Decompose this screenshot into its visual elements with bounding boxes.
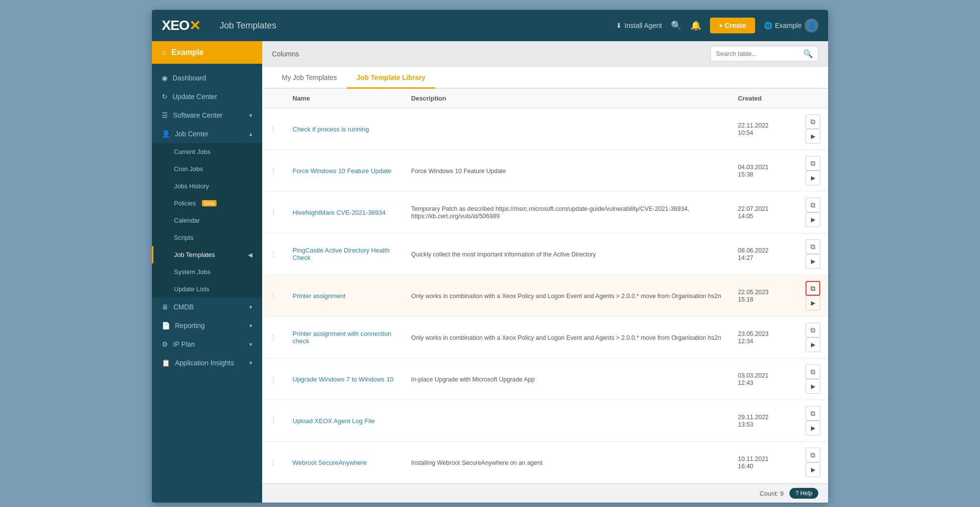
copy-icon: ⧉ [810,284,815,293]
copy-icon: ⧉ [810,243,815,251]
chevron-down-icon: ▾ [249,360,252,366]
drag-handle[interactable]: ⋮ [262,150,285,192]
play-button[interactable]: ▶ [806,171,820,185]
chevron-down-icon: ▾ [249,304,252,310]
drag-handle[interactable]: ⋮ [262,192,285,233]
top-nav: XEO✕ Job Templates ⬇ Install Agent 🔍 🔔 +… [152,10,828,41]
content-tabs: My Job Templates Job Template Library [262,67,828,89]
name-link[interactable]: Printer assignment with connection check [293,330,392,345]
sidebar-item-cmdb[interactable]: 🖥 CMDB ▾ [152,298,262,316]
drag-handle[interactable]: ⋮ [262,233,285,275]
row-description: Only works in combination with a Xeox Po… [403,275,730,317]
copy-button[interactable]: ⧉ [806,406,820,421]
logo-x: ✕ [189,18,200,34]
row-actions: ⧉▶ [784,317,828,358]
logo-text: XEO [162,18,189,33]
play-icon: ▶ [811,383,815,390]
tab-job-template-library[interactable]: Job Template Library [347,67,436,89]
sidebar-sub-scripts[interactable]: Scripts [152,229,262,246]
drag-handle[interactable]: ⋮ [262,400,285,442]
name-link[interactable]: Webroot SecureAnywhere [293,459,367,466]
search-box[interactable]: 🔍 [710,46,818,61]
row-name: Printer assignment [285,275,403,317]
search-input[interactable] [716,50,799,57]
play-icon: ▶ [811,258,815,265]
sidebar-sub-job-templates[interactable]: Job Templates ◀ [152,246,262,263]
sidebar-item-job-center[interactable]: 👤 Job Center ▴ [152,125,262,143]
row-name: Printer assignment with connection check [285,317,403,358]
table-container: Name Description Created ⋮Check if proce… [262,89,828,483]
app-insights-icon: 📋 [162,359,170,367]
avatar: 👤 [805,19,818,32]
columns-button[interactable]: Columns [272,50,299,58]
create-button[interactable]: + Create [710,18,755,33]
sidebar-item-ip-plan[interactable]: ⚙ IP Plan ▾ [152,335,262,354]
row-description: In-place Upgrade with Microsoft Upgrade … [403,358,730,400]
col-name: Name [285,89,403,108]
play-button[interactable]: ▶ [806,296,820,310]
copy-button[interactable]: ⧉ [806,198,820,212]
sidebar-sub-system-jobs[interactable]: System Jobs [152,263,262,280]
row-created: 22.05.2023 15:18 [730,275,784,317]
drag-handle[interactable]: ⋮ [262,442,285,483]
play-button[interactable]: ▶ [806,379,820,394]
row-created: 10.11.2021 16:40 [730,442,784,483]
row-name: Webroot SecureAnywhere [285,442,403,483]
play-button[interactable]: ▶ [806,212,820,227]
sidebar-item-reporting[interactable]: 📄 Reporting ▾ [152,316,262,335]
sidebar-item-dashboard[interactable]: ◉ Dashboard [152,69,262,87]
play-button[interactable]: ▶ [806,129,820,144]
play-icon: ▶ [811,300,815,306]
sidebar-home[interactable]: ⌂ Example [152,41,262,64]
name-link[interactable]: Upload XEOX Agent Log File [293,417,375,425]
download-icon: ⬇ [616,22,622,29]
sidebar-sub-calendar[interactable]: Calendar [152,212,262,229]
notifications-icon[interactable]: 🔔 [690,20,701,31]
copy-icon: ⧉ [810,159,815,168]
col-drag [262,89,285,108]
install-agent-button[interactable]: ⬇ Install Agent [616,22,662,29]
name-link[interactable]: Force Windows 10 Feature Update [293,167,392,175]
sidebar-sub-policies[interactable]: Policies Beta [152,195,262,212]
copy-button[interactable]: ⧉ [806,448,820,462]
user-menu[interactable]: 🌐 Example 👤 [764,19,818,32]
play-button[interactable]: ▶ [806,421,820,435]
drag-dots-icon: ⋮ [270,417,277,425]
drag-handle[interactable]: ⋮ [262,108,285,150]
name-link[interactable]: Check if process is running [293,126,369,133]
page-title: Job Templates [220,21,615,31]
table-row: ⋮Check if process is running22.11.2022 1… [262,108,828,150]
copy-button[interactable]: ⧉ [806,323,820,337]
name-link[interactable]: PingCastle Active Directory Health Check [293,247,390,261]
copy-icon: ⧉ [810,368,815,376]
copy-button[interactable]: ⧉ [806,239,820,254]
copy-button[interactable]: ⧉ [806,114,820,129]
sidebar-sub-cron-jobs[interactable]: Cron Jobs [152,160,262,177]
row-created: 04.03.2021 15:38 [730,150,784,192]
sidebar-item-software-center[interactable]: ☰ Software Center ▾ [152,106,262,125]
col-description: Description [403,89,730,108]
drag-handle[interactable]: ⋮ [262,358,285,400]
copy-button[interactable]: ⧉ [806,364,820,379]
row-created: 22.11.2022 10:54 [730,108,784,150]
play-button[interactable]: ▶ [806,254,820,269]
row-description: Temporary Patch as described https://msr… [403,192,730,233]
sidebar-item-update-center[interactable]: ↻ Update Center [152,87,262,106]
search-icon[interactable]: 🔍 [671,20,682,31]
play-button[interactable]: ▶ [806,462,820,477]
drag-handle[interactable]: ⋮ [262,275,285,317]
sidebar-item-app-insights[interactable]: 📋 Application Insights ▾ [152,354,262,372]
drag-handle[interactable]: ⋮ [262,317,285,358]
sidebar-sub-update-lists[interactable]: Update Lists [152,280,262,298]
help-button[interactable]: ? Help [789,488,818,499]
tab-my-job-templates[interactable]: My Job Templates [272,67,347,89]
name-link[interactable]: Printer assignment [293,292,345,300]
copy-button[interactable]: ⧉ [806,156,820,171]
play-button[interactable]: ▶ [806,337,820,352]
name-link[interactable]: HiveNightMare CVE-2021-36934 [293,209,386,216]
name-link[interactable]: Upgrade Windows 7 to Windows 10 [293,376,393,383]
sidebar-sub-jobs-history[interactable]: Jobs History [152,177,262,195]
sidebar-sub-current-jobs[interactable]: Current Jobs [152,143,262,160]
copy-button[interactable]: ⧉ [806,281,820,296]
table-header-row: Name Description Created [262,89,828,108]
